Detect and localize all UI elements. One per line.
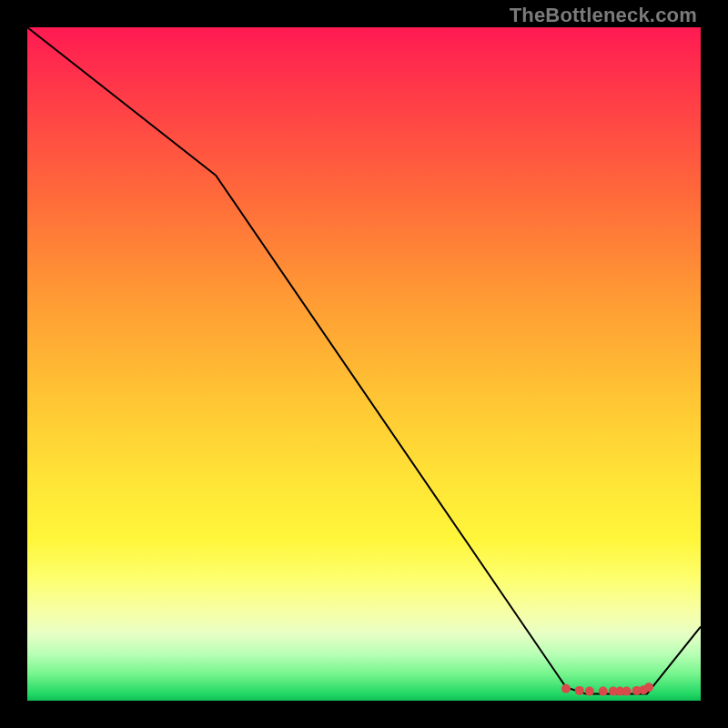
scatter-dot: [585, 687, 594, 696]
scatter-dot: [575, 686, 584, 695]
chart-overlay: [27, 27, 701, 701]
watermark-text: TheBottleneck.com: [510, 4, 697, 27]
scatter-dot: [644, 682, 653, 692]
scatter-dot: [599, 687, 608, 696]
chart-frame: TheBottleneck.com: [0, 0, 728, 728]
line-series: [27, 27, 701, 694]
scatter-dot: [622, 687, 632, 696]
scatter-dot: [561, 684, 571, 693]
